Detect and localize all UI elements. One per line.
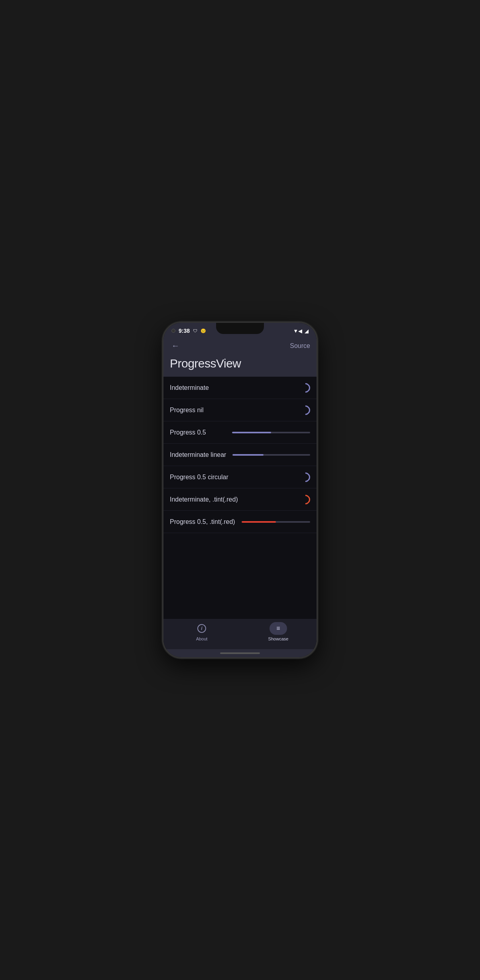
status-time: 9:38 [179,328,190,334]
circle-half-red-icon [299,493,312,506]
progress-bar-red [242,521,310,523]
face-icon: 😐 [201,328,206,334]
list-item[interactable]: Indeterminate, .tint(.red) [163,488,317,511]
shield-icon: 🛡 [193,328,197,333]
wifi-icon: ▼◀ [293,328,302,334]
header-top: ← Source [170,340,310,352]
list-item[interactable]: Indeterminate [163,377,317,399]
page-title: ProgressView [170,357,310,370]
progress-fill-indeterminate [232,454,264,456]
home-bar [220,652,260,654]
back-button[interactable]: ← [170,340,181,352]
bottom-nav: i About ≡ Showcase [163,619,317,649]
item-right [301,472,310,482]
circle-half-icon [299,403,312,417]
progress-fill [232,432,271,433]
signal-icon: ◢ [305,328,309,334]
circular-progress-indeterminate [301,383,310,393]
nav-item-about[interactable]: i About [163,622,240,641]
item-label: Indeterminate linear [170,451,226,458]
list-item[interactable]: Progress 0.5 [163,421,317,444]
status-right: ▼◀ ◢ [293,328,309,334]
list-item[interactable]: Indeterminate linear [163,444,317,466]
item-right [301,383,310,393]
circle-half-icon [299,381,312,395]
progress-fill-red [242,521,276,523]
circle-half-icon [299,470,312,484]
info-icon: i [197,624,206,633]
camera-icon [171,329,175,333]
status-left: 9:38 🛡 😐 [171,328,206,334]
nav-item-showcase[interactable]: ≡ Showcase [240,622,317,641]
progress-bar-0.5 [232,432,310,433]
item-label: Indeterminate [170,384,209,391]
item-label: Progress 0.5, .tint(.red) [170,518,235,526]
list-item[interactable]: Progress 0.5 circular [163,466,317,488]
home-indicator [163,649,317,657]
nav-label-showcase: Showcase [268,636,289,641]
item-right [301,405,310,415]
item-label: Progress 0.5 circular [170,474,228,481]
list-icon: ≡ [276,625,280,632]
phone-frame: 9:38 🛡 😐 ▼◀ ◢ ← Source ProgressView Inde… [162,322,318,658]
about-icon-wrapper: i [193,622,210,635]
main-content: Indeterminate Progress nil Progress 0.5 [163,377,317,619]
circular-progress-red [301,495,310,504]
circular-progress-0.5 [301,472,310,482]
item-right [301,495,310,504]
showcase-icon-wrapper: ≡ [270,622,287,635]
item-label: Indeterminate, .tint(.red) [170,496,238,503]
list-item[interactable]: Progress 0.5, .tint(.red) [163,511,317,533]
progress-bar-indeterminate-linear [232,454,310,456]
circular-progress-nil [301,405,310,415]
item-label: Progress 0.5 [170,429,226,436]
source-button[interactable]: Source [290,342,310,350]
status-bar: 9:38 🛡 😐 ▼◀ ◢ [163,323,317,336]
app-header: ← Source ProgressView [163,336,317,377]
item-label: Progress nil [170,407,203,414]
list-item[interactable]: Progress nil [163,399,317,421]
nav-label-about: About [196,636,208,641]
